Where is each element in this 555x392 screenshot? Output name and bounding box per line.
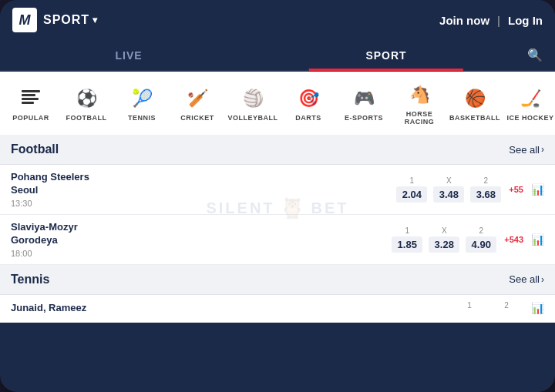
search-icon[interactable]: 🔍 [515, 40, 555, 70]
sport-esports[interactable]: 🎮 E-SPORTS [336, 82, 392, 125]
match-info-1: Pohang Steelers Seoul 13:30 [11, 171, 395, 208]
sport-tennis[interactable]: 🎾 TENNIS [114, 82, 170, 125]
top-bar: M SPORT ▾ Join now | Log In [0, 0, 555, 40]
football-section-title: Football [11, 142, 59, 156]
more-odds-badge-2[interactable]: +543 [504, 235, 523, 244]
tennis-col1: 1 [452, 301, 486, 316]
svg-rect-2 [22, 98, 39, 100]
chevron-right-icon: › [541, 144, 544, 155]
odds-col-1: 1 2.04 [395, 176, 429, 203]
cricket-label: CRICKET [180, 114, 214, 122]
stats-icon-tennis[interactable]: 📊 [531, 302, 544, 314]
sport-horse-racing[interactable]: 🐴 HORSE RACING [392, 78, 447, 129]
esports-icon: 🎮 [350, 85, 378, 112]
svg-rect-3 [22, 102, 34, 104]
odds-1-val1[interactable]: 2.04 [396, 186, 427, 203]
football-section-header: Football See all › [0, 135, 555, 165]
football-section: Football See all › Pohang Steelers Seoul… [0, 135, 555, 265]
volleyball-label: VOLLEYBALL [228, 114, 278, 122]
tennis-col2: 2 [489, 301, 523, 316]
sport-basketball[interactable]: 🏀 BASKETBALL [447, 82, 503, 125]
basketball-icon: 🏀 [461, 85, 489, 112]
stats-icon-1[interactable]: 📊 [531, 183, 544, 196]
tennis-section-header: Tennis See all › [0, 265, 555, 295]
match-info-2: Slaviya-Mozyr Gorodeya 18:00 [11, 221, 390, 258]
odds-2-valx[interactable]: 3.28 [429, 236, 459, 253]
logo-letter: M [19, 12, 31, 28]
log-in-button[interactable]: Log In [508, 14, 543, 27]
odds-area-1: 1 2.04 X 3.48 2 3.68 +55 📊 [395, 176, 544, 203]
tennis-section: Tennis See all › Junaid, Rameez 1 [0, 265, 555, 323]
chevron-right-icon-tennis: › [541, 274, 544, 285]
odds-2-val1[interactable]: 1.85 [392, 236, 422, 253]
sport-ice-hockey[interactable]: 🏒 ICE HOCKEY [503, 82, 555, 125]
odds-2-col2: 2 4.90 [464, 226, 498, 253]
match-info-tennis: Junaid, Rameez [11, 302, 452, 315]
cricket-icon: 🏏 [183, 85, 211, 112]
main-content: SILENT 🦉 BET Football See all › Pohang S… [0, 135, 555, 323]
tab-live[interactable]: LIVE [0, 42, 257, 69]
esports-label: E-SPORTS [345, 114, 383, 122]
logo-area: M SPORT ▾ [12, 8, 98, 32]
svg-rect-1 [22, 94, 35, 96]
odds-col-x: X 3.48 [432, 176, 466, 203]
sport-popular[interactable]: POPULAR [3, 82, 59, 125]
divider: | [497, 14, 500, 27]
join-now-button[interactable]: Join now [439, 14, 489, 27]
tennis-val2[interactable] [491, 311, 522, 316]
football-label: FOOTBALL [66, 114, 107, 122]
chevron-down-icon: ▾ [92, 15, 98, 25]
stats-icon-2[interactable]: 📊 [531, 233, 544, 246]
brand-label[interactable]: SPORT ▾ [43, 13, 98, 27]
popular-label: POPULAR [12, 114, 49, 122]
horse-racing-icon: 🐴 [405, 81, 433, 109]
logo-box: M [12, 8, 37, 32]
darts-label: DARTS [295, 114, 321, 122]
tennis-section-title: Tennis [11, 273, 49, 286]
table-row: Slaviya-Mozyr Gorodeya 18:00 1 1.85 X 3.… [0, 215, 555, 265]
football-icon: ⚽ [72, 85, 100, 112]
team-names-2: Slaviya-Mozyr Gorodeya [11, 221, 390, 247]
popular-icon [17, 85, 45, 112]
nav-tabs: LIVE SPORT 🔍 [0, 40, 555, 72]
odds-col-2: 2 3.68 [469, 176, 503, 203]
table-row: Junaid, Rameez 1 2 📊 [0, 295, 555, 323]
sports-row: POPULAR ⚽ FOOTBALL 🎾 TENNIS 🏏 CRICKET 🏐 … [0, 72, 555, 135]
horse-racing-label: HORSE RACING [393, 110, 446, 126]
ice-hockey-icon: 🏒 [516, 85, 544, 112]
odds-2-val2[interactable]: 4.90 [466, 236, 496, 253]
team-names-1: Pohang Steelers Seoul [11, 171, 395, 197]
sport-football[interactable]: ⚽ FOOTBALL [59, 82, 114, 125]
match-time-2: 18:00 [11, 249, 390, 258]
match-time-1: 13:30 [11, 199, 395, 208]
odds-2-col1: 1 1.85 [390, 226, 424, 253]
basketball-label: BASKETBALL [449, 114, 500, 122]
sport-darts[interactable]: 🎯 DARTS [281, 82, 336, 125]
tennis-see-all[interactable]: See all › [509, 273, 544, 285]
football-see-all[interactable]: See all › [509, 144, 544, 156]
team-names-tennis: Junaid, Rameez [11, 302, 452, 315]
odds-area-2: 1 1.85 X 3.28 2 4.90 +543 📊 [390, 226, 544, 253]
auth-buttons: Join now | Log In [439, 14, 543, 27]
tennis-val1[interactable] [454, 311, 485, 316]
more-odds-badge-1[interactable]: +55 [509, 185, 523, 194]
odds-1-val2[interactable]: 3.68 [470, 186, 501, 203]
odds-1-valx[interactable]: 3.48 [433, 186, 464, 203]
tab-sport[interactable]: SPORT [257, 42, 515, 69]
volleyball-icon: 🏐 [239, 85, 267, 112]
odds-area-tennis: 1 2 📊 [452, 301, 544, 316]
sport-cricket[interactable]: 🏏 CRICKET [170, 82, 225, 125]
darts-icon: 🎯 [294, 85, 322, 112]
svg-rect-0 [22, 90, 40, 92]
ice-hockey-label: ICE HOCKEY [506, 114, 553, 122]
odds-2-colx: X 3.28 [427, 226, 461, 253]
tennis-icon: 🎾 [128, 85, 156, 112]
tennis-label: TENNIS [128, 114, 156, 122]
table-row: Pohang Steelers Seoul 13:30 1 2.04 X 3.4… [0, 165, 555, 215]
sport-volleyball[interactable]: 🏐 VOLLEYBALL [225, 82, 281, 125]
